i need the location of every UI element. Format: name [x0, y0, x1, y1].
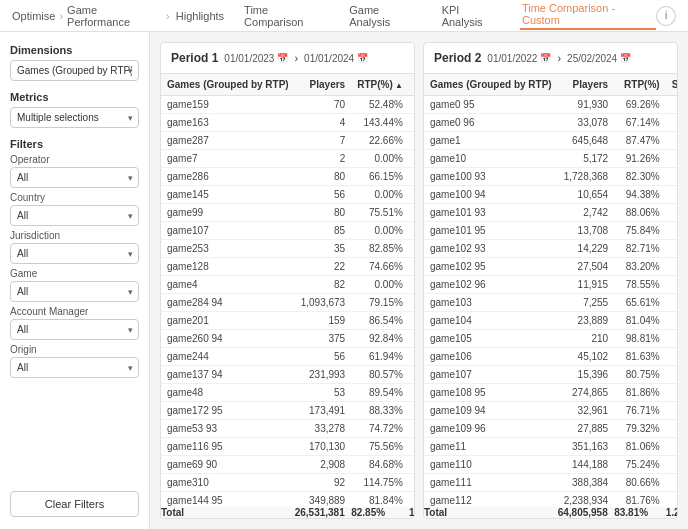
- data-cell: 1.19: [666, 384, 677, 402]
- data-cell: 2,908: [295, 456, 352, 474]
- account-manager-select[interactable]: All: [10, 319, 139, 340]
- period2-col-players[interactable]: Players: [558, 74, 615, 96]
- game-name-cell: game137 94: [161, 366, 295, 384]
- period1-date-from[interactable]: 01/01/2023 📅: [224, 53, 288, 64]
- tab-game-analysis[interactable]: Game Analysis: [347, 4, 423, 28]
- data-cell: 1.00: [409, 96, 414, 114]
- period2-header: Period 2 01/01/2022 📅 › 25/02/2024 📅: [424, 43, 677, 74]
- table-row: game1037,25565.61%1.26: [424, 294, 677, 312]
- game-name-cell: game287: [161, 132, 295, 150]
- table-row: game101 9513,70875.84%1.13: [424, 222, 677, 240]
- period1-col-game[interactable]: Games (Grouped by RTP): [161, 74, 295, 96]
- origin-select[interactable]: All: [10, 357, 139, 378]
- game-name-cell: game104: [424, 312, 558, 330]
- breadcrumb-optimise[interactable]: Optimise: [12, 10, 55, 22]
- table-row: game11351,16381.06%1.23: [424, 438, 677, 456]
- data-cell: 1.02: [409, 222, 414, 240]
- game-name-cell: game253: [161, 240, 295, 258]
- table-row: game10521098.81%1.13: [424, 330, 677, 348]
- data-cell: 81.63%: [614, 348, 665, 366]
- data-cell: 79.15%: [351, 294, 409, 312]
- data-cell: 231,993: [295, 366, 352, 384]
- period2-date-to[interactable]: 25/02/2024 📅: [567, 53, 631, 64]
- table-row: game111388,38480.66%1.37: [424, 474, 677, 492]
- period2-date-from-value: 01/01/2022: [487, 53, 537, 64]
- dimensions-section: Dimensions Games (Grouped by RTP): [10, 44, 139, 81]
- table-row: game102 9611,91578.55%1.12: [424, 276, 677, 294]
- account-manager-label: Account Manager: [10, 306, 139, 317]
- period1-col-players[interactable]: Players: [295, 74, 352, 96]
- data-cell: 0.00%: [351, 186, 409, 204]
- data-cell: 84.68%: [351, 456, 409, 474]
- table-row: game172 95173,49188.33%1.07: [161, 402, 414, 420]
- period1-col-rtp[interactable]: RTP(%): [351, 74, 409, 96]
- country-select[interactable]: All: [10, 205, 139, 226]
- game-select[interactable]: All: [10, 281, 139, 302]
- data-cell: 388,384: [558, 474, 615, 492]
- table-row: game485389.54%1.07: [161, 384, 414, 402]
- table-row: game2445661.94%1.06: [161, 348, 414, 366]
- metrics-section: Metrics Multiple selections: [10, 91, 139, 128]
- data-cell: 66.15%: [351, 168, 409, 186]
- period2-date-from[interactable]: 01/01/2022 📅: [487, 53, 551, 64]
- data-cell: 94.38%: [614, 186, 665, 204]
- tab-highlights[interactable]: Highlights: [174, 10, 226, 22]
- tab-time-comparison[interactable]: Time Comparison: [242, 4, 331, 28]
- period2-col-sessions[interactable]: Sessions/Player: [666, 74, 677, 96]
- game-name-cell: game0 96: [424, 114, 558, 132]
- top-nav-tabs: Highlights Time Comparison Game Analysis…: [174, 2, 656, 30]
- metrics-select[interactable]: Multiple selections: [10, 107, 139, 128]
- game-name-cell: game107: [424, 366, 558, 384]
- data-cell: 1.17: [666, 420, 677, 438]
- data-cell: 10,654: [558, 186, 615, 204]
- data-cell: 1.23: [666, 168, 677, 186]
- game-name-cell: game10: [424, 150, 558, 168]
- data-cell: 1.37: [666, 474, 677, 492]
- data-cell: 159: [295, 312, 352, 330]
- period2-panel: Period 2 01/01/2022 📅 › 25/02/2024 📅 Gam…: [423, 42, 678, 519]
- data-cell: 61.94%: [351, 348, 409, 366]
- data-cell: 2,742: [558, 204, 615, 222]
- data-cell: 75.51%: [351, 204, 409, 222]
- origin-label: Origin: [10, 344, 139, 355]
- period1-tbody: game1597052.48%1.00game1634143.44%1.00ga…: [161, 96, 414, 519]
- data-cell: 22: [295, 258, 352, 276]
- data-cell: 1.16: [666, 258, 677, 276]
- data-cell: 1.00: [409, 132, 414, 150]
- clear-filters-button[interactable]: Clear Filters: [10, 491, 139, 517]
- dimensions-select[interactable]: Games (Grouped by RTP): [10, 60, 139, 81]
- data-cell: 1.26: [666, 294, 677, 312]
- period2-total-label: Total: [424, 507, 558, 519]
- game-name-cell: game310: [161, 474, 295, 492]
- calendar-icon-2b: 📅: [620, 53, 631, 63]
- period2-col-rtp[interactable]: RTP(%): [614, 74, 665, 96]
- data-cell: 74.66%: [351, 258, 409, 276]
- period2-col-game[interactable]: Games (Grouped by RTP): [424, 74, 558, 96]
- tab-kpi-analysis[interactable]: KPI Analysis: [440, 4, 504, 28]
- tab-time-comparison-custom[interactable]: Time Comparison - Custom: [520, 2, 656, 30]
- table-row: game4820.00%1.04: [161, 276, 414, 294]
- period1-date-to[interactable]: 01/01/2024 📅: [304, 53, 368, 64]
- jurisdiction-select[interactable]: All: [10, 243, 139, 264]
- data-cell: 80.57%: [351, 366, 409, 384]
- data-cell: 1.20: [666, 132, 677, 150]
- data-cell: 86.54%: [351, 312, 409, 330]
- jurisdiction-select-wrapper: All: [10, 243, 139, 264]
- game-name-cell: game284 94: [161, 294, 295, 312]
- data-cell: 375: [295, 330, 352, 348]
- period1-total-row: Total 26,531,381 82.85% 1.25: [161, 507, 414, 519]
- breadcrumb-game-performance[interactable]: Game Performance: [67, 4, 162, 28]
- operator-select[interactable]: All: [10, 167, 139, 188]
- period1-table: Games (Grouped by RTP) Players RTP(%) Se…: [161, 74, 414, 518]
- data-cell: 82.30%: [614, 168, 665, 186]
- data-cell: 1.08: [409, 456, 414, 474]
- period2-total-rtp: 83.81%: [614, 507, 665, 519]
- game-name-cell: game100 94: [424, 186, 558, 204]
- user-icon[interactable]: i: [656, 6, 676, 26]
- period1-total-players: 26,531,381: [295, 507, 352, 519]
- data-cell: 65.61%: [614, 294, 665, 312]
- period1-total-rtp: 82.85%: [351, 507, 409, 519]
- period1-col-sessions[interactable]: Sessions/Player: [409, 74, 414, 96]
- period1-thead: Games (Grouped by RTP) Players RTP(%) Se…: [161, 74, 414, 96]
- data-cell: 1.02: [409, 186, 414, 204]
